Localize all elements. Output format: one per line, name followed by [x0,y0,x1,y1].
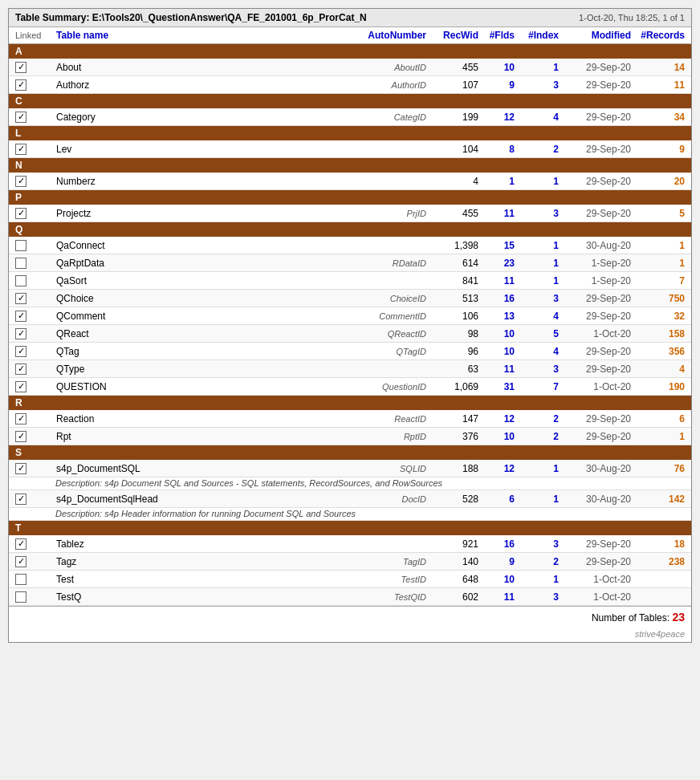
section-header-r: R [9,396,691,410]
table-row: TestQTestQID6021131-Oct-20 [9,588,691,606]
cell-linked[interactable] [9,293,53,304]
checkbox-authorz[interactable] [15,79,26,91]
cell-linked[interactable] [9,346,53,357]
cell-modified: 29-Sep-20 [559,176,631,187]
cell-recwid: 140 [426,556,478,567]
cell-linked[interactable] [9,144,53,155]
cell-records: 11 [631,79,691,91]
cell-records: 158 [631,328,691,339]
cell-records: 142 [631,494,691,505]
cell-recwid: 104 [426,144,478,155]
checkbox-question[interactable] [15,381,26,392]
cell-table-name: QType [53,364,354,375]
checkbox-category[interactable] [15,112,26,123]
checkbox-testq[interactable] [15,591,26,603]
cell-linked[interactable] [9,431,53,442]
cell-index: 4 [515,346,559,357]
cell-flds: 10 [478,431,515,442]
cell-linked[interactable] [9,328,53,339]
checkbox-tagz[interactable] [15,556,26,567]
cell-linked[interactable] [9,275,53,286]
checkbox-qtype[interactable] [15,364,26,375]
checkbox-qreact[interactable] [15,328,26,339]
cell-recwid: 841 [426,275,478,286]
cell-index: 3 [515,293,559,304]
cell-linked[interactable] [9,258,53,269]
cell-linked[interactable] [9,463,53,474]
checkbox-qarptdata[interactable] [15,258,26,269]
cell-flds: 31 [478,381,515,392]
cell-modified: 29-Sep-20 [559,144,631,155]
cell-linked[interactable] [9,413,53,425]
cell-linked[interactable] [9,311,53,322]
checkbox-lev[interactable] [15,144,26,155]
cell-table-name: QaSort [53,275,354,286]
checkbox-tablez[interactable] [15,538,26,550]
table-body: AAboutAboutID45510129-Sep-2014AuthorzAut… [9,44,691,606]
cell-linked[interactable] [9,494,53,505]
cell-linked[interactable] [9,79,53,91]
cell-linked[interactable] [9,176,53,187]
col-header-modified: Modified [559,30,631,41]
checkbox-qchoice[interactable] [15,293,26,304]
cell-flds: 16 [478,293,515,304]
cell-modified: 30-Aug-20 [559,240,631,251]
table-row: QCommentCommentID10613429-Sep-2032 [9,307,691,325]
title-bar: Table Summary: E:\Tools20\_QuestionAnswe… [9,9,691,27]
cell-autonumber: CategID [354,112,426,122]
cell-table-name: QChoice [53,293,354,304]
checkbox-test[interactable] [15,574,26,585]
checkbox-qaconnect[interactable] [15,240,26,251]
cell-table-name: QaRptData [53,258,354,269]
cell-linked[interactable] [9,62,53,73]
cell-autonumber: RptID [354,432,426,441]
footer: Number of Tables: 23 [9,606,691,628]
cell-records: 34 [631,112,691,123]
cell-records: 750 [631,293,691,304]
checkbox-s4p_documentsql[interactable] [15,463,26,474]
cell-flds: 12 [478,413,515,425]
checkbox-projectz[interactable] [15,208,26,219]
checkbox-s4p_documentsqlhead[interactable] [15,494,26,505]
description-row: Description: s4p Header information for … [9,508,691,521]
cell-linked[interactable] [9,381,53,392]
checkbox-numberz[interactable] [15,176,26,187]
checkbox-qcomment[interactable] [15,311,26,322]
cell-recwid: 376 [426,431,478,442]
table-row: QaConnect1,39815130-Aug-201 [9,237,691,254]
checkbox-rpt[interactable] [15,431,26,442]
cell-recwid: 63 [426,364,478,375]
cell-table-name: Authorz [53,79,354,91]
cell-linked[interactable] [9,112,53,123]
cell-linked[interactable] [9,208,53,219]
table-row: s4p_DocumentSQLSQLID18812130-Aug-2076 [9,460,691,477]
cell-modified: 1-Sep-20 [559,258,631,269]
cell-table-name: QUESTION [53,381,354,392]
cell-linked[interactable] [9,240,53,251]
cell-table-name: Rpt [53,431,354,442]
cell-flds: 13 [478,311,515,322]
cell-records: 76 [631,463,691,474]
cell-linked[interactable] [9,556,53,567]
cell-table-name: s4p_DocumentSQL [53,463,354,474]
cell-modified: 29-Sep-20 [559,556,631,567]
cell-linked[interactable] [9,364,53,375]
cell-recwid: 602 [426,591,478,603]
col-header-name: Table name [53,30,354,41]
cell-autonumber: TestID [354,575,426,584]
cell-index: 1 [515,176,559,187]
checkbox-reaction[interactable] [15,413,26,425]
checkbox-qtag[interactable] [15,346,26,357]
cell-modified: 29-Sep-20 [559,293,631,304]
cell-linked[interactable] [9,538,53,550]
cell-linked[interactable] [9,591,53,603]
cell-modified: 30-Aug-20 [559,494,631,505]
cell-autonumber: TestQID [354,592,426,602]
cell-records: 7 [631,275,691,286]
checkbox-about[interactable] [15,62,26,73]
table-row: Numberz41129-Sep-2020 [9,173,691,190]
cell-autonumber: SQLID [354,464,426,473]
checkbox-qasort[interactable] [15,275,26,286]
cell-linked[interactable] [9,574,53,585]
cell-table-name: s4p_DocumentSqlHead [53,494,354,505]
